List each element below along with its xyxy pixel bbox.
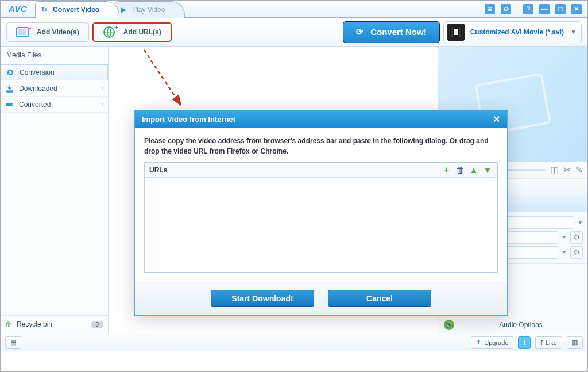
format-label: Customized AVI Movie (*.avi) xyxy=(470,28,564,36)
film-icon xyxy=(447,24,465,41)
recycle-bin[interactable]: 🗑 Recycle bin 0 xyxy=(1,316,108,333)
separator xyxy=(517,4,517,13)
tab-label: Play Video xyxy=(132,6,165,14)
sidebar-item-conversion[interactable]: Conversion xyxy=(1,64,108,80)
upload-icon: ⬆ xyxy=(476,339,481,346)
cancel-button[interactable]: Cancel xyxy=(328,290,431,307)
audio-label: Audio Options xyxy=(460,321,582,329)
trash-icon: 🗑 xyxy=(5,320,12,328)
wand-icon[interactable]: ✎ xyxy=(575,164,583,175)
recycle-label: Recycle bin xyxy=(17,320,52,328)
tab-label: Convert Video xyxy=(53,6,99,14)
like-label: Like xyxy=(546,339,557,346)
titlebar: AVC ↻ Convert Video ▶ Play Video ≡ ⚙ ? —… xyxy=(1,1,587,18)
convert-now-button[interactable]: ⟳ Convert Now! xyxy=(343,21,440,43)
minimize-icon[interactable]: — xyxy=(539,4,550,14)
gear-icon[interactable]: ⚙ xyxy=(570,231,583,244)
add-url-button[interactable]: + Add URL(s) xyxy=(92,22,172,42)
panel-toggle-left[interactable]: ▤ xyxy=(5,336,21,349)
menu-icon[interactable]: ≡ xyxy=(485,4,495,14)
tab-convert-video[interactable]: ↻ Convert Video xyxy=(35,1,119,18)
arrow-up-icon[interactable]: ▲ xyxy=(469,165,479,175)
scissors-icon[interactable]: ✂ xyxy=(563,164,571,175)
converted-icon xyxy=(5,100,14,109)
upgrade-label: Upgrade xyxy=(484,339,508,346)
sidebar-item-downloaded[interactable]: Downloaded › xyxy=(1,80,108,97)
button-label: Add Video(s) xyxy=(37,28,79,36)
dialog-message: Please copy the video address from brows… xyxy=(144,136,498,156)
chevron-right-icon: › xyxy=(102,85,103,91)
help-icon[interactable]: ? xyxy=(523,4,533,14)
sidebar-item-label: Conversion xyxy=(20,68,55,76)
urls-label: URLs xyxy=(149,166,167,174)
gear-icon[interactable]: ⚙ xyxy=(501,4,511,14)
main-toolbar: + Add Video(s) + Add URL(s) ⟳ Convert No… xyxy=(1,18,587,47)
chevron-right-icon: › xyxy=(102,101,103,108)
button-label: Convert Now! xyxy=(370,27,427,37)
sidebar-item-label: Downloaded xyxy=(19,85,57,93)
upgrade-button[interactable]: ⬆ Upgrade xyxy=(471,336,513,349)
status-bar: ▤ ⬆ Upgrade t f Like ▥ xyxy=(1,333,587,351)
maximize-icon[interactable]: □ xyxy=(555,4,566,14)
speaker-icon: 🔊 xyxy=(444,320,454,330)
recycle-count: 0 xyxy=(91,321,103,328)
button-label: Add URL(s) xyxy=(123,28,161,36)
chevron-down-icon: ▼ xyxy=(562,235,567,240)
window-controls: ≡ ⚙ ? — □ ✕ xyxy=(485,4,587,14)
tab-play-video[interactable]: ▶ Play Video xyxy=(115,1,185,18)
url-list xyxy=(145,191,497,272)
sync-icon: ⟳ xyxy=(356,27,363,37)
sidebar-item-converted[interactable]: Converted › xyxy=(1,97,108,113)
video-plus-icon: + xyxy=(16,25,31,40)
svg-rect-8 xyxy=(454,29,458,35)
panel-toggle-right[interactable]: ▥ xyxy=(567,336,583,349)
crop-icon[interactable]: ◫ xyxy=(550,164,559,175)
facebook-like-button[interactable]: f Like xyxy=(535,336,562,349)
close-icon[interactable]: ✕ xyxy=(571,4,582,14)
close-icon[interactable]: ✕ xyxy=(493,114,500,125)
svg-text:+: + xyxy=(114,25,118,32)
gear-icon[interactable]: ⚙ xyxy=(570,246,583,259)
sidebar-header: Media Files xyxy=(1,47,108,64)
facebook-icon: f xyxy=(540,339,543,346)
dialog-title: Import Video from Internet xyxy=(142,115,235,124)
trash-icon[interactable]: 🗑 xyxy=(455,165,465,175)
sidebar: Media Files Conversion Downloaded › Conv… xyxy=(1,47,109,333)
app-logo: AVC xyxy=(1,4,35,14)
svg-rect-6 xyxy=(451,28,453,37)
audio-options-row[interactable]: 🔊 Audio Options xyxy=(438,316,587,333)
url-box: URLs ＋ 🗑 ▲ ▼ xyxy=(144,162,498,273)
add-video-button[interactable]: + Add Video(s) xyxy=(6,22,89,42)
conversion-icon xyxy=(6,68,15,77)
add-icon[interactable]: ＋ xyxy=(441,165,451,175)
chevron-down-icon: ▼ xyxy=(578,220,583,225)
refresh-icon: ↻ xyxy=(41,6,47,14)
chevron-down-icon: ▼ xyxy=(571,29,577,35)
svg-text:+: + xyxy=(29,26,31,32)
svg-rect-1 xyxy=(18,29,26,35)
dialog-titlebar[interactable]: Import Video from Internet ✕ xyxy=(135,110,507,128)
globe-plus-icon: + xyxy=(103,25,118,40)
chevron-down-icon: ▼ xyxy=(562,250,567,255)
svg-rect-7 xyxy=(459,28,461,37)
start-download-button[interactable]: Start Download! xyxy=(211,290,314,307)
sidebar-item-label: Converted xyxy=(19,101,51,109)
output-format-dropdown[interactable]: Customized AVI Movie (*.avi) ▼ xyxy=(443,21,582,43)
import-url-dialog: Import Video from Internet ✕ Please copy… xyxy=(134,110,508,316)
twitter-button[interactable]: t xyxy=(518,336,531,349)
download-icon xyxy=(5,84,14,93)
play-icon: ▶ xyxy=(121,6,126,14)
url-input[interactable] xyxy=(145,178,497,191)
arrow-down-icon[interactable]: ▼ xyxy=(482,165,493,175)
